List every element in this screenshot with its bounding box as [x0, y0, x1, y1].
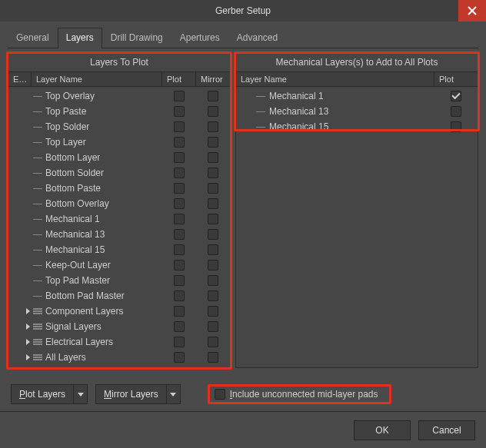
layer-line-icon [33, 234, 42, 235]
table-row[interactable]: Mechanical 1 [8, 211, 230, 227]
tab-layers[interactable]: Layers [58, 28, 102, 48]
cancel-button[interactable]: Cancel [418, 420, 475, 440]
layer-name-cell: Electrical Layers [32, 337, 162, 347]
mirror-checkbox[interactable] [208, 137, 218, 148]
col-mech-plot[interactable]: Plot [434, 72, 478, 86]
layer-line-icon [33, 158, 42, 158]
mech-grid-header: Layer Name Plot [236, 72, 478, 87]
mirror-checkbox[interactable] [208, 198, 218, 209]
table-row[interactable]: Top Layer [8, 134, 230, 150]
window-title: Gerber Setup [215, 5, 271, 16]
table-row[interactable]: Bottom Overlay [8, 196, 230, 211]
mirror-layers-dropdown[interactable] [166, 385, 180, 403]
mirror-checkbox[interactable] [208, 352, 218, 363]
table-row[interactable]: Bottom Solder [8, 165, 230, 181]
layer-name-cell: Bottom Paste [32, 183, 162, 194]
layer-label: Mechanical 13 [45, 229, 105, 240]
mirror-checkbox[interactable] [208, 321, 218, 332]
tab-general[interactable]: General [8, 28, 58, 48]
mirror-checkbox[interactable] [208, 121, 218, 132]
plot-checkbox[interactable] [174, 337, 185, 347]
plot-checkbox[interactable] [174, 91, 185, 101]
col-plot[interactable]: Plot [162, 72, 196, 86]
plot-checkbox[interactable] [174, 290, 185, 301]
col-expand[interactable]: Ex... [8, 72, 32, 86]
mirror-checkbox[interactable] [208, 244, 218, 255]
plot-layers-button[interactable]: Plot Layers [11, 384, 88, 404]
mirror-checkbox[interactable] [208, 275, 218, 286]
table-row[interactable]: Keep-Out Layer [8, 257, 230, 273]
close-button[interactable] [458, 0, 486, 22]
col-mech-layer-name[interactable]: Layer Name [236, 72, 434, 86]
layer-label: Bottom Overlay [45, 198, 109, 209]
table-row[interactable]: Component Layers [8, 304, 230, 319]
plot-checkbox[interactable] [174, 214, 185, 224]
tab-advanced[interactable]: Advanced [228, 28, 286, 48]
table-row[interactable]: Bottom Paste [8, 181, 230, 196]
mirror-checkbox[interactable] [208, 106, 218, 117]
mech-plot-checkbox[interactable] [451, 106, 461, 117]
include-unconnected-checkbox[interactable] [215, 389, 225, 400]
tab-apertures[interactable]: Apertures [171, 28, 228, 48]
plot-checkbox[interactable] [174, 306, 185, 317]
expand-icon [26, 324, 30, 330]
expand-cell[interactable] [8, 354, 32, 360]
col-mirror[interactable]: Mirror [196, 72, 230, 86]
plot-checkbox[interactable] [174, 137, 185, 148]
plot-checkbox[interactable] [174, 106, 185, 117]
plot-checkbox[interactable] [174, 183, 185, 194]
expand-cell[interactable] [8, 324, 32, 330]
layer-label: Signal Layers [45, 321, 102, 332]
expand-cell[interactable] [8, 339, 32, 345]
plot-checkbox[interactable] [174, 168, 185, 178]
layer-line-icon [256, 96, 265, 97]
table-row[interactable]: Mechanical 15 [236, 119, 478, 134]
plot-checkbox[interactable] [174, 321, 185, 332]
table-row[interactable]: Mechanical 13 [236, 104, 478, 119]
mech-plot-checkbox[interactable] [451, 121, 461, 132]
plot-checkbox[interactable] [174, 352, 185, 363]
plot-checkbox[interactable] [174, 152, 185, 163]
table-row[interactable]: Mechanical 15 [8, 242, 230, 257]
mirror-checkbox[interactable] [208, 168, 218, 178]
ok-button[interactable]: OK [354, 420, 411, 440]
mirror-layers-button[interactable]: Mirror Layers [95, 384, 181, 404]
table-row[interactable]: Signal Layers [8, 319, 230, 334]
mirror-checkbox[interactable] [208, 152, 218, 163]
table-row[interactable]: Bottom Pad Master [8, 288, 230, 304]
plot-checkbox[interactable] [174, 244, 185, 255]
table-row[interactable]: Top Solder [8, 119, 230, 134]
col-layer-name[interactable]: Layer Name [32, 72, 162, 86]
table-row[interactable]: Top Overlay [8, 88, 230, 104]
mirror-checkbox[interactable] [208, 229, 218, 240]
layer-line-icon [33, 127, 42, 128]
layer-line-icon [33, 173, 42, 174]
table-row[interactable]: Top Pad Master [8, 273, 230, 288]
mirror-checkbox[interactable] [208, 91, 218, 101]
table-row[interactable]: Electrical Layers [8, 334, 230, 350]
mirror-checkbox[interactable] [208, 183, 218, 194]
table-row[interactable]: Top Paste [8, 104, 230, 119]
plot-checkbox[interactable] [174, 121, 185, 132]
expand-cell[interactable] [8, 308, 32, 314]
mirror-checkbox[interactable] [208, 290, 218, 301]
mirror-cell [196, 244, 230, 255]
table-row[interactable]: Mechanical 13 [8, 227, 230, 242]
mirror-checkbox[interactable] [208, 306, 218, 317]
plot-checkbox[interactable] [174, 260, 185, 270]
mirror-checkbox[interactable] [208, 214, 218, 224]
table-row[interactable]: All Layers [8, 350, 230, 365]
layer-label: Top Layer [45, 137, 86, 148]
layer-name-cell: Keep-Out Layer [32, 260, 162, 270]
mech-plot-checkbox[interactable] [451, 91, 461, 101]
layers-to-plot-title: Layers To Plot [8, 54, 230, 72]
mirror-checkbox[interactable] [208, 260, 218, 270]
plot-checkbox[interactable] [174, 198, 185, 209]
plot-checkbox[interactable] [174, 275, 185, 286]
mirror-checkbox[interactable] [208, 337, 218, 347]
plot-checkbox[interactable] [174, 229, 185, 240]
table-row[interactable]: Mechanical 1 [236, 88, 478, 104]
table-row[interactable]: Bottom Layer [8, 150, 230, 165]
tab-drill-drawing[interactable]: Drill Drawing [102, 28, 171, 48]
plot-layers-dropdown[interactable] [73, 385, 87, 403]
